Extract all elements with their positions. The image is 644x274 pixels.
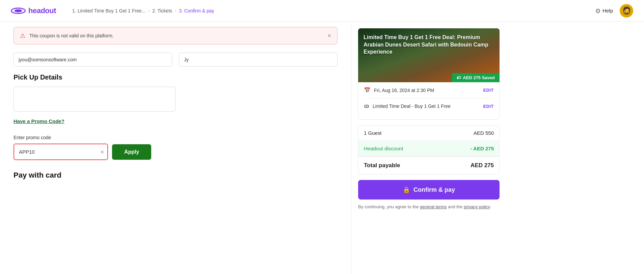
booking-card: Limited Time Buy 1 Get 1 Free Deal: Prem…	[358, 22, 500, 210]
date-edit-link[interactable]: EDIT	[483, 88, 494, 93]
general-terms-link[interactable]: general terms	[420, 204, 447, 209]
help-button[interactable]: ⊙ Help	[595, 7, 613, 14]
total-label: Total payable	[364, 162, 400, 169]
error-close-button[interactable]: ×	[327, 33, 331, 39]
discount-label: Headout discount	[364, 146, 403, 151]
breadcrumb-sep1: ›	[148, 8, 150, 13]
email-input[interactable]	[14, 53, 172, 67]
pickup-input[interactable]	[14, 87, 176, 112]
promo-input-wrap: ×	[14, 144, 108, 160]
avatar[interactable]: 🧔	[620, 4, 633, 18]
price-section: 1 Guest AED 550 Headout discount - AED 2…	[358, 125, 500, 175]
guest-price-row: 1 Guest AED 550	[358, 125, 499, 141]
error-message: This coupon is not valid on this platfor…	[29, 33, 323, 38]
breadcrumb-step2[interactable]: 2. Tickets	[152, 8, 172, 13]
breadcrumb-step1[interactable]: 1. Limited Time Buy 1 Get 1 Free...	[72, 8, 145, 13]
pickup-section: Pick Up Details	[14, 73, 338, 112]
confirm-pay-label: Confirm & pay	[413, 186, 455, 193]
booking-ticket-row: 🎟 Limited Time Deal - Buy 1 Get 1 Free E…	[364, 98, 494, 114]
booking-ticket: Limited Time Deal - Buy 1 Get 1 Free	[373, 103, 480, 109]
discount-value: - AED 275	[471, 146, 494, 151]
terms-middle: and the	[447, 204, 464, 209]
discount-row: Headout discount - AED 275	[358, 141, 499, 156]
svg-point-1	[14, 9, 22, 12]
confirm-pay-button[interactable]: 🔒 Confirm & pay	[358, 180, 500, 200]
pay-section-title: Pay with card	[14, 171, 338, 180]
promo-input[interactable]	[14, 144, 108, 160]
terms-prefix: By continuing, you agree to the	[358, 204, 420, 209]
left-panel: ⚠ This coupon is not valid on this platf…	[0, 22, 351, 274]
guest-price: AED 550	[474, 130, 494, 136]
breadcrumb: 1. Limited Time Buy 1 Get 1 Free... › 2.…	[72, 8, 587, 13]
email-input-wrap2	[179, 53, 338, 67]
terms-suffix: .	[490, 204, 491, 209]
avatar-emoji: 🧔	[622, 6, 631, 15]
email-input-wrap	[14, 53, 172, 67]
promo-row: × Apply	[14, 144, 338, 160]
promo-link[interactable]: Have a Promo Code?	[14, 118, 64, 124]
logo-text: headout	[28, 6, 56, 15]
privacy-policy-link[interactable]: privacy policy	[464, 204, 490, 209]
saved-label: AED 275 Saved	[463, 75, 495, 80]
ticket-icon: 🎟	[364, 103, 369, 109]
promo-clear-button[interactable]: ×	[100, 148, 104, 155]
help-label: Help	[602, 8, 613, 13]
total-value: AED 275	[471, 162, 494, 169]
breadcrumb-sep2: ›	[175, 8, 176, 13]
email-row	[14, 53, 338, 67]
logo[interactable]: headout	[11, 6, 56, 16]
booking-title: Limited Time Buy 1 Get 1 Free Deal: Prem…	[364, 34, 494, 56]
pickup-title: Pick Up Details	[14, 73, 338, 81]
help-circle-icon: ⊙	[595, 7, 600, 14]
booking-date: Fri, Aug 16, 2024 at 2:30 PM	[374, 88, 480, 93]
warning-icon: ⚠	[20, 32, 25, 39]
right-panel: Limited Time Buy 1 Get 1 Free Deal: Prem…	[351, 22, 506, 274]
booking-details: 📅 Fri, Aug 16, 2024 at 2:30 PM EDIT 🎟 Li…	[358, 82, 500, 120]
terms-text: By continuing, you agree to the general …	[358, 204, 500, 210]
name-input[interactable]	[179, 53, 338, 67]
apply-button[interactable]: Apply	[112, 144, 151, 160]
breadcrumb-step3[interactable]: 3. Confirm & pay	[179, 8, 214, 13]
main-layout: ⚠ This coupon is not valid on this platf…	[0, 22, 644, 274]
header-right: ⊙ Help 🧔	[595, 4, 633, 18]
booking-image-container: Limited Time Buy 1 Get 1 Free Deal: Prem…	[358, 28, 500, 82]
total-row: Total payable AED 275	[358, 156, 499, 174]
error-banner: ⚠ This coupon is not valid on this platf…	[14, 27, 338, 44]
lock-icon: 🔒	[403, 186, 410, 193]
guest-label: 1 Guest	[364, 130, 382, 136]
promo-label: Enter promo code	[14, 135, 338, 140]
headout-logo-icon	[11, 6, 26, 16]
tag-icon: 🏷	[457, 75, 461, 80]
ticket-edit-link[interactable]: EDIT	[483, 104, 494, 109]
saved-badge: 🏷 AED 275 Saved	[452, 73, 500, 82]
header: headout 1. Limited Time Buy 1 Get 1 Free…	[0, 0, 644, 22]
calendar-icon: 📅	[364, 87, 371, 93]
booking-date-row: 📅 Fri, Aug 16, 2024 at 2:30 PM EDIT	[364, 82, 494, 98]
